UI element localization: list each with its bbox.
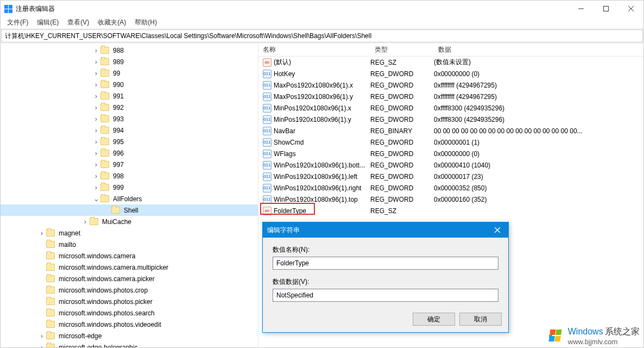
tree-node[interactable]: ›microsoft-edge-holographic xyxy=(1,341,258,347)
folder-icon xyxy=(100,195,109,202)
folder-icon xyxy=(100,104,109,111)
table-row[interactable]: 011WinPos1920x1080x96(1).topREG_DWORD0x0… xyxy=(258,194,643,205)
value-name: ShowCmd xyxy=(274,139,370,146)
menu-help[interactable]: 帮助(H) xyxy=(130,17,161,28)
chevron-right-icon[interactable]: › xyxy=(92,58,100,65)
tree-node[interactable]: microsoft.windows.photos.picker xyxy=(1,296,258,307)
dialog-close-button[interactable] xyxy=(487,227,508,233)
tree-pane[interactable]: ›988 ›989 ›99 ›990 ›991 ›992 ›993 ›994 ›… xyxy=(1,44,258,347)
tree-node[interactable]: ›988 xyxy=(1,45,258,56)
table-row[interactable]: 011MaxPos1920x1080x96(1).xREG_DWORD0xfff… xyxy=(258,79,643,91)
maximize-button[interactable] xyxy=(594,1,618,17)
minimize-button[interactable] xyxy=(569,1,594,17)
tree-node[interactable]: ›991 xyxy=(1,90,258,102)
tree-node[interactable]: ›magnet xyxy=(1,227,258,239)
chevron-right-icon[interactable]: › xyxy=(37,332,46,339)
tree-node[interactable]: microsoft.windows.photos.videoedit xyxy=(1,319,258,330)
chevron-right-icon[interactable]: › xyxy=(92,161,100,168)
table-row[interactable]: 011HotKeyREG_DWORD0x00000000 (0) xyxy=(258,68,643,79)
chevron-down-icon[interactable]: ⌄ xyxy=(92,195,100,202)
table-row[interactable]: 011MinPos1920x1080x96(1).yREG_DWORD0xfff… xyxy=(258,114,643,125)
value-name: MinPos1920x1080x96(1).x xyxy=(274,104,370,112)
chevron-right-icon[interactable]: › xyxy=(92,92,100,100)
chevron-right-icon[interactable]: › xyxy=(92,184,100,191)
table-row[interactable]: 011MinPos1920x1080x96(1).xREG_DWORD0xfff… xyxy=(258,102,643,114)
chevron-right-icon[interactable]: › xyxy=(92,70,100,77)
tree-node[interactable]: ›999 xyxy=(1,182,258,193)
tree-node[interactable]: microsoft.windows.camera xyxy=(1,250,258,262)
chevron-right-icon[interactable]: › xyxy=(92,127,100,134)
value-data: 0x00000000 (0) xyxy=(434,70,643,78)
table-row[interactable]: 011WinPos1920x1080x96(1).leftREG_DWORD0x… xyxy=(258,171,643,182)
value-type: REG_DWORD xyxy=(370,82,434,89)
tree-node-shell[interactable]: Shell xyxy=(1,204,258,216)
watermark: ✔ Windows 系统之家 www.bjjmlv.com xyxy=(550,326,640,346)
col-type[interactable]: 类型 xyxy=(370,45,434,54)
value-data-label: 数值数据(V): xyxy=(273,277,498,287)
value-data-input[interactable] xyxy=(273,289,498,302)
col-data[interactable]: 数据 xyxy=(434,45,643,54)
tree-node-allfolders[interactable]: ⌄AllFolders xyxy=(1,193,258,204)
table-row[interactable]: 011NavBarREG_BINARY00 00 00 00 00 00 00 … xyxy=(258,125,643,136)
cancel-button[interactable]: 取消 xyxy=(459,313,502,326)
value-type: REG_DWORD xyxy=(370,116,434,123)
chevron-right-icon[interactable]: › xyxy=(92,138,100,145)
tree-node[interactable]: ›997 xyxy=(1,159,258,170)
chevron-right-icon[interactable]: › xyxy=(92,150,100,157)
value-data: 0x00000160 (352) xyxy=(434,196,643,203)
menu-view[interactable]: 查看(V) xyxy=(63,17,93,28)
value-name-input[interactable] xyxy=(273,257,498,270)
col-name[interactable]: 名称 xyxy=(258,45,370,54)
value-type: REG_DWORD xyxy=(370,70,434,78)
value-name: WinPos1920x1080x96(1).bott... xyxy=(274,161,370,169)
tree-node[interactable]: microsoft.windows.camera.multipicker xyxy=(1,262,258,273)
table-row[interactable]: abFolderTypeREG_SZ xyxy=(258,205,643,216)
table-row[interactable]: 011WFlagsREG_DWORD0x00000000 (0) xyxy=(258,148,643,159)
folder-icon xyxy=(100,138,109,145)
tree-node[interactable]: ›992 xyxy=(1,102,258,113)
table-row[interactable]: 011ShowCmdREG_DWORD0x00000001 (1) xyxy=(258,136,643,148)
binary-value-icon: 011 xyxy=(263,138,272,147)
menu-file[interactable]: 文件(F) xyxy=(3,17,33,28)
tree-node-muicache[interactable]: ›MuiCache xyxy=(1,216,258,227)
menu-edit[interactable]: 编辑(E) xyxy=(33,17,63,28)
tree-node[interactable]: ›996 xyxy=(1,147,258,159)
chevron-right-icon[interactable]: › xyxy=(92,104,100,111)
tree-node[interactable]: ›microsoft-edge xyxy=(1,330,258,341)
tree-node[interactable]: ›998 xyxy=(1,170,258,182)
value-name: MinPos1920x1080x96(1).y xyxy=(274,116,370,123)
folder-icon xyxy=(100,70,109,77)
table-row[interactable]: ab(默认)REG_SZ(数值未设置) xyxy=(258,57,643,68)
table-row[interactable]: 011WinPos1920x1080x96(1).rightREG_DWORD0… xyxy=(258,182,643,194)
tree-node[interactable]: microsoft.windows.camera.picker xyxy=(1,273,258,284)
close-button[interactable] xyxy=(618,1,643,17)
value-name-label: 数值名称(N): xyxy=(273,245,498,254)
tree-node[interactable]: ›990 xyxy=(1,79,258,90)
chevron-right-icon[interactable]: › xyxy=(81,218,90,225)
table-row[interactable]: 011WinPos1920x1080x96(1).bott...REG_DWOR… xyxy=(258,159,643,171)
chevron-right-icon[interactable]: › xyxy=(92,47,100,54)
value-data: 00 00 00 00 00 00 00 00 00 00 00 00 00 0… xyxy=(434,127,643,135)
value-name: WinPos1920x1080x96(1).right xyxy=(274,184,370,192)
folder-icon xyxy=(46,264,55,271)
menu-favorites[interactable]: 收藏夹(A) xyxy=(93,17,130,28)
tree-node[interactable]: ›995 xyxy=(1,136,258,147)
address-bar[interactable]: 计算机\HKEY_CURRENT_USER\SOFTWARE\Classes\L… xyxy=(1,29,643,42)
chevron-right-icon[interactable]: › xyxy=(37,229,46,237)
tree-node[interactable]: ›993 xyxy=(1,113,258,125)
folder-icon xyxy=(46,309,55,316)
ok-button[interactable]: 确定 xyxy=(413,313,455,326)
tree-node[interactable]: microsoft.windows.photos.search xyxy=(1,307,258,319)
value-type: REG_DWORD xyxy=(370,150,434,158)
tree-node[interactable]: ›994 xyxy=(1,125,258,136)
tree-node[interactable]: microsoft.windows.photos.crop xyxy=(1,284,258,296)
tree-node[interactable]: ›989 xyxy=(1,56,258,67)
chevron-right-icon[interactable]: › xyxy=(92,115,100,122)
table-row[interactable]: 011MaxPos1920x1080x96(1).yREG_DWORD0xfff… xyxy=(258,91,643,102)
chevron-right-icon[interactable]: › xyxy=(37,344,46,347)
tree-node[interactable]: ›99 xyxy=(1,67,258,79)
chevron-right-icon[interactable]: › xyxy=(92,172,100,179)
chevron-right-icon[interactable]: › xyxy=(92,81,100,88)
tree-node[interactable]: mailto xyxy=(1,239,258,250)
folder-icon xyxy=(100,127,109,134)
